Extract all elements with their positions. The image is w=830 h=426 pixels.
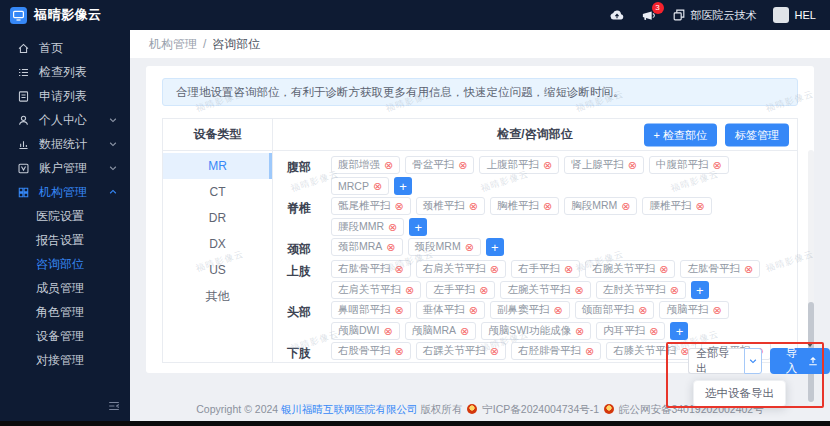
exam-tag[interactable]: 胸段MRM⊗	[564, 197, 637, 215]
tag-remove-icon[interactable]: ⊗	[384, 160, 393, 171]
org-switcher[interactable]: 部医院云技术	[672, 8, 757, 23]
tag-remove-icon[interactable]: ⊗	[373, 181, 382, 192]
tag-remove-icon[interactable]: ⊗	[395, 305, 404, 316]
tag-remove-icon[interactable]: ⊗	[395, 201, 404, 212]
exam-tag[interactable]: 颅脑平扫⊗	[659, 301, 728, 319]
tag-remove-icon[interactable]: ⊗	[712, 305, 721, 316]
sidebar-item-exam-list[interactable]: 检查列表	[0, 60, 130, 84]
sidebar-subitem-consult-parts[interactable]: 咨询部位	[0, 252, 130, 276]
tag-remove-icon[interactable]: ⊗	[458, 160, 467, 171]
tag-remove-icon[interactable]: ⊗	[395, 346, 404, 357]
export-select-value[interactable]: 全部导出	[688, 348, 744, 374]
sidebar-item-data-statistics[interactable]: 数据统计	[0, 132, 130, 156]
exam-tag[interactable]: 胸椎平扫⊗	[490, 197, 559, 215]
exam-tag[interactable]: 副鼻窦平扫⊗	[490, 301, 570, 319]
tag-remove-icon[interactable]: ⊗	[695, 201, 704, 212]
chevron-down-icon[interactable]	[744, 348, 762, 374]
export-menu-option[interactable]: 选中设备导出	[693, 380, 786, 407]
exam-tag[interactable]: 右股骨平扫⊗	[331, 342, 411, 360]
exam-tag[interactable]: 右胫腓骨平扫⊗	[511, 342, 601, 360]
add-tag-button[interactable]: +	[486, 238, 504, 256]
exam-tag[interactable]: 上腹部平扫⊗	[479, 156, 559, 174]
exam-tag[interactable]: 颌面部平扫⊗	[575, 301, 655, 319]
sidebar-item-personal-center[interactable]: 个人中心	[0, 108, 130, 132]
tag-manage-button[interactable]: 标签管理	[725, 123, 789, 146]
announcement-icon[interactable]: 3	[641, 8, 656, 23]
exam-tag[interactable]: 腰椎平扫⊗	[642, 197, 711, 215]
device-type-CT[interactable]: CT	[163, 179, 272, 205]
tag-remove-icon[interactable]: ⊗	[564, 264, 573, 275]
exam-tag[interactable]: 腰段MMR⊗	[331, 218, 404, 236]
exam-tag[interactable]: 颈部MRA⊗	[331, 238, 403, 256]
tag-remove-icon[interactable]: ⊗	[638, 305, 647, 316]
exam-tag[interactable]: 右踝关节平扫⊗	[416, 342, 506, 360]
tag-remove-icon[interactable]: ⊗	[465, 242, 474, 253]
tag-remove-icon[interactable]: ⊗	[490, 346, 499, 357]
add-tag-button[interactable]: +	[691, 281, 709, 299]
sidebar-subitem-device-management[interactable]: 设备管理	[0, 324, 130, 348]
add-tag-button[interactable]: +	[670, 322, 688, 340]
tag-remove-icon[interactable]: ⊗	[490, 264, 499, 275]
exam-tag[interactable]: 左肘关节平扫⊗	[596, 281, 686, 299]
tag-remove-icon[interactable]: ⊗	[386, 242, 395, 253]
sidebar-subitem-member-management[interactable]: 成员管理	[0, 276, 130, 300]
exam-tag[interactable]: 颅脑SWI功能成像⊗	[481, 322, 591, 340]
exam-tag[interactable]: 颅脑MRA⊗	[405, 322, 477, 340]
tag-remove-icon[interactable]: ⊗	[405, 285, 414, 296]
exam-tag[interactable]: 垂体平扫⊗	[416, 301, 485, 319]
device-type-US[interactable]: US	[163, 257, 272, 283]
tag-remove-icon[interactable]: ⊗	[469, 201, 478, 212]
tag-remove-icon[interactable]: ⊗	[585, 346, 594, 357]
exam-tag[interactable]: 颈段MRM⊗	[408, 238, 481, 256]
tag-remove-icon[interactable]: ⊗	[383, 326, 392, 337]
add-tag-button[interactable]: +	[394, 177, 412, 195]
exam-tag[interactable]: 腹部增强⊗	[331, 156, 400, 174]
exam-tag[interactable]: 骶尾椎平扫⊗	[331, 197, 411, 215]
tag-remove-icon[interactable]: ⊗	[553, 305, 562, 316]
tag-remove-icon[interactable]: ⊗	[574, 285, 583, 296]
tag-remove-icon[interactable]: ⊗	[649, 326, 658, 337]
sidebar-subitem-hospital-settings[interactable]: 医院设置	[0, 204, 130, 228]
footer-icp-link[interactable]: 宁ICP备2024004734号-1	[482, 403, 599, 415]
exam-tag[interactable]: 右肩关节平扫⊗	[416, 260, 506, 278]
footer-company-link[interactable]: 银川福晴互联网医院有限公司	[281, 403, 418, 415]
device-type-其他[interactable]: 其他	[163, 283, 272, 309]
tag-remove-icon[interactable]: ⊗	[744, 264, 753, 275]
sidebar-subitem-report-settings[interactable]: 报告设置	[0, 228, 130, 252]
tag-remove-icon[interactable]: ⊗	[395, 264, 404, 275]
exam-tag[interactable]: 左腕关节平扫⊗	[500, 281, 590, 299]
device-type-MR[interactable]: MR	[163, 153, 272, 179]
tag-remove-icon[interactable]: ⊗	[575, 326, 584, 337]
sidebar-item-account-management[interactable]: 账户管理	[0, 156, 130, 180]
exam-tag[interactable]: MRCP⊗	[331, 177, 389, 195]
device-type-DX[interactable]: DX	[163, 231, 272, 257]
tag-remove-icon[interactable]: ⊗	[479, 285, 488, 296]
exam-tag[interactable]: 右腕关节平扫⊗	[585, 260, 675, 278]
tag-remove-icon[interactable]: ⊗	[543, 201, 552, 212]
tag-remove-icon[interactable]: ⊗	[460, 326, 469, 337]
exam-tag[interactable]: 骨盆平扫⊗	[405, 156, 474, 174]
breadcrumb-parent[interactable]: 机构管理	[149, 36, 197, 53]
tag-remove-icon[interactable]: ⊗	[670, 285, 679, 296]
sidebar-collapse-icon[interactable]	[107, 399, 121, 413]
exam-tag[interactable]: 左手平扫⊗	[426, 281, 495, 299]
sidebar-subitem-role-management[interactable]: 角色管理	[0, 300, 130, 324]
app-logo[interactable]: 福晴影像云	[10, 6, 102, 24]
exam-tag[interactable]: 左肱骨平扫⊗	[680, 260, 760, 278]
sidebar-item-home[interactable]: 首页	[0, 36, 130, 60]
exam-tag[interactable]: 颈椎平扫⊗	[416, 197, 485, 215]
exam-tag[interactable]: 颅脑DWI⊗	[331, 322, 400, 340]
import-button[interactable]: 导入	[770, 348, 830, 374]
add-tag-button[interactable]: +	[409, 218, 427, 236]
tag-remove-icon[interactable]: ⊗	[388, 222, 397, 233]
scrollbar-arrow-icon[interactable]	[806, 342, 814, 347]
device-type-DR[interactable]: DR	[163, 205, 272, 231]
add-exam-part-button[interactable]: + 检查部位	[644, 123, 717, 146]
exam-tag[interactable]: 右手平扫⊗	[511, 260, 580, 278]
tag-remove-icon[interactable]: ⊗	[659, 264, 668, 275]
tag-remove-icon[interactable]: ⊗	[469, 305, 478, 316]
tag-remove-icon[interactable]: ⊗	[712, 160, 721, 171]
sidebar-item-org-management[interactable]: 机构管理	[0, 180, 130, 204]
export-select[interactable]: 全部导出	[688, 348, 762, 374]
tag-remove-icon[interactable]: ⊗	[628, 160, 637, 171]
